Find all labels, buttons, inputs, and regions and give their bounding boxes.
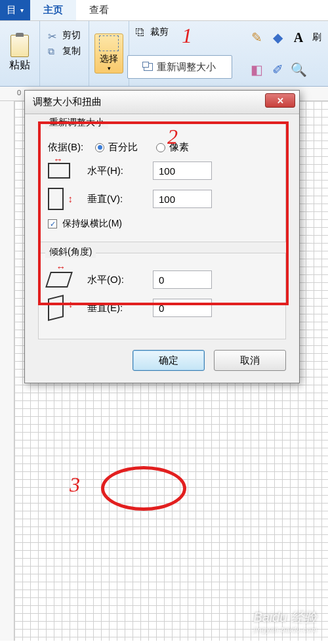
select-group: 选择 ▾ <box>89 21 129 86</box>
resize-h-input[interactable] <box>153 161 212 180</box>
clipboard-group: 粘贴 <box>0 21 40 86</box>
clipboard-icon <box>10 35 29 57</box>
ruler-vertical <box>0 101 14 641</box>
dialog-body: 重新调整大小 依据(B): 百分比 像素 水平(H): 垂直(V): <box>25 114 299 383</box>
resize-dialog: 调整大小和扭曲 ✕ 重新调整大小 依据(B): 百分比 像素 水平(H): <box>24 90 300 383</box>
cut-label: 剪切 <box>62 30 81 41</box>
select-label: 选择 <box>100 53 118 65</box>
resize-label: 重新调整大小 <box>157 61 216 74</box>
skew-group: 倾斜(角度) 水平(O): 垂直(E): <box>38 253 286 339</box>
resize-v-icon <box>48 188 64 210</box>
resize-v-label: 垂直(V): <box>87 193 153 205</box>
ribbon-body: 粘贴 ✂ 剪切 ⧉ 复制 选择 ▾ ⿻ 裁剪 ⟳ 旋转 ▾ 重新调 <box>0 21 328 87</box>
skew-v-label: 垂直(E): <box>87 302 153 314</box>
radio-percent-input[interactable] <box>95 143 104 152</box>
radio-pixels-label: 像素 <box>169 141 189 154</box>
brush-label[interactable]: 刷 <box>312 30 321 45</box>
by-row: 依据(B): 百分比 像素 <box>48 141 276 154</box>
copy-label: 复制 <box>62 45 81 57</box>
resize-h-row: 水平(H): <box>48 161 276 180</box>
ruler-tick-0: 0 <box>17 89 21 97</box>
resize-icon <box>144 63 153 71</box>
crop-icon: ⿻ <box>136 27 146 37</box>
skew-h-icon <box>45 272 73 288</box>
ribbon-tabs: 目 主页 查看 <box>0 0 328 21</box>
copy-button[interactable]: ⧉ 复制 <box>45 43 83 59</box>
resize-button[interactable]: 重新调整大小 <box>127 55 232 79</box>
skew-v-icon <box>48 295 64 321</box>
button-row: 确定 取消 <box>38 350 286 371</box>
resize-group: 重新调整大小 依据(B): 百分比 像素 水平(H): 垂直(V): <box>38 123 286 242</box>
by-label: 依据(B): <box>48 141 95 154</box>
keep-ratio-checkbox[interactable]: ✓ <box>48 219 57 228</box>
radio-pixels[interactable]: 像素 <box>156 141 189 154</box>
keep-ratio-row[interactable]: ✓ 保持纵横比(M) <box>48 218 276 230</box>
resize-v-row: 垂直(V): <box>48 188 276 210</box>
skew-v-row: 垂直(E): <box>48 297 276 319</box>
paste-button[interactable]: 粘贴 <box>5 32 34 75</box>
picker-icon[interactable]: ✐ <box>270 62 285 77</box>
skew-v-input[interactable] <box>153 299 212 317</box>
app-menu-tab[interactable]: 目 <box>0 0 30 20</box>
dialog-title: 调整大小和扭曲 <box>25 91 299 114</box>
resize-h-label: 水平(H): <box>87 165 153 177</box>
radio-percent[interactable]: 百分比 <box>95 141 138 154</box>
cut-button[interactable]: ✂ 剪切 <box>45 28 83 43</box>
resize-h-icon <box>48 163 70 179</box>
tab-home[interactable]: 主页 <box>30 0 76 20</box>
paste-label: 粘贴 <box>9 58 30 72</box>
text-icon[interactable]: A <box>291 30 306 45</box>
radio-percent-label: 百分比 <box>108 141 138 154</box>
cutcopy-group: ✂ 剪切 ⧉ 复制 <box>40 21 89 86</box>
close-button[interactable]: ✕ <box>265 93 295 108</box>
scissors-icon: ✂ <box>48 30 58 41</box>
tab-view[interactable]: 查看 <box>76 0 122 20</box>
bucket-icon[interactable]: ◆ <box>270 30 285 45</box>
skew-h-label: 水平(O): <box>87 274 153 286</box>
ok-button[interactable]: 确定 <box>133 350 205 371</box>
select-button[interactable]: 选择 ▾ <box>94 33 123 74</box>
eraser-icon[interactable]: ◧ <box>249 62 264 77</box>
tools-group: ✎ ◆ A 刷 ◧ ✐ 🔍 <box>243 21 328 86</box>
crop-label: 裁剪 <box>150 26 169 38</box>
skew-group-title: 倾斜(角度) <box>45 246 96 258</box>
skew-h-row: 水平(O): <box>48 270 276 289</box>
keep-ratio-label: 保持纵横比(M) <box>62 218 122 230</box>
radio-pixels-input[interactable] <box>156 143 165 152</box>
resize-v-input[interactable] <box>153 190 212 208</box>
resize-group-title: 重新调整大小 <box>45 117 108 129</box>
copy-icon: ⧉ <box>48 46 58 56</box>
select-rect-icon <box>99 35 119 51</box>
skew-h-input[interactable] <box>153 270 212 289</box>
pencil-icon[interactable]: ✎ <box>249 30 264 45</box>
chevron-down-icon: ▾ <box>108 65 111 72</box>
cancel-button[interactable]: 取消 <box>214 350 286 371</box>
zoom-icon[interactable]: 🔍 <box>291 62 306 77</box>
crop-button[interactable]: ⿻ 裁剪 <box>133 24 178 40</box>
